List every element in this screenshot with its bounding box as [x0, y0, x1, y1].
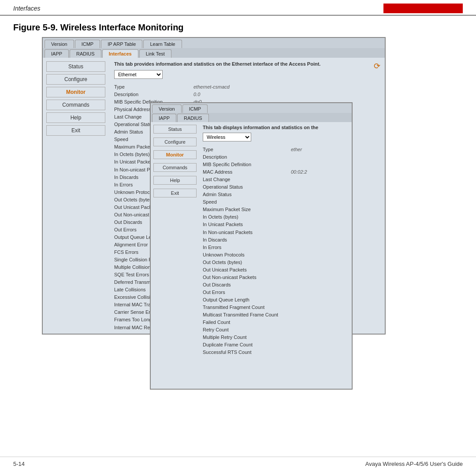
w-prop-success-rts: Successful RTS Count: [203, 349, 348, 356]
w-prop-failed-rts: Failed RTS Count: [203, 356, 348, 357]
w-sidebar-monitor[interactable]: Monitor: [153, 150, 197, 159]
w-sidebar-help[interactable]: Help: [153, 176, 197, 185]
sidebar: Status Configure Monitor Commands Help E…: [43, 58, 109, 334]
footer-page-number: 5-14: [13, 461, 25, 467]
w-prop-speed: Speed: [203, 198, 348, 206]
w-prop-last-change: Last Change: [203, 176, 348, 183]
sidebar-btn-monitor[interactable]: Monitor: [46, 87, 105, 97]
w-prop-multi-retry: Multiple Retry Count: [203, 334, 348, 341]
wireless-dropdown[interactable]: Wireless Ethernet: [203, 133, 251, 141]
tab-iapp[interactable]: IAPP: [45, 49, 69, 58]
w-prop-in-octets: In Octets (bytes): [203, 213, 348, 221]
w-prop-in-errors: In Errors: [203, 244, 348, 251]
sidebar-btn-exit[interactable]: Exit: [46, 125, 105, 136]
refresh-icon[interactable]: ⟳: [374, 61, 380, 71]
tab-version[interactable]: Version: [45, 40, 74, 48]
w-prop-failed-count: Failed Count: [203, 319, 348, 326]
w-prop-out-non-unicast: Out Non-unicast Packets: [203, 274, 348, 281]
header-title: Interfaces: [13, 5, 40, 12]
w-prop-dup-frame: Duplicate Frame Count: [203, 341, 348, 349]
w-sidebar-status[interactable]: Status: [153, 125, 197, 134]
dropdown-row: Ethernet Wireless: [114, 70, 379, 79]
w-prop-retry-count: Retry Count: [203, 326, 348, 334]
tab-row-1: Version ICMP IP ARP Table Learn Table: [43, 38, 385, 48]
page-footer: 5-14 Avaya Wireless AP-4/5/6 User's Guid…: [0, 457, 476, 467]
wireless-sidebar: Status Configure Monitor Commands Help E…: [151, 122, 199, 360]
w-prop-out-unicast: Out Unicast Packets: [203, 266, 348, 274]
sidebar-btn-commands[interactable]: Commands: [46, 100, 105, 110]
tab-icmp[interactable]: ICMP: [75, 40, 100, 48]
wireless-tab-row-2: IAPP RADIUS: [151, 113, 352, 122]
w-sidebar-configure[interactable]: Configure: [153, 138, 197, 146]
w-prop-op-status: Operational Status: [203, 183, 348, 191]
w-prop-out-errors: Out Errors: [203, 289, 348, 296]
w-tab-iapp[interactable]: IAPP: [152, 114, 176, 122]
w-prop-output-queue: Output Queue Length: [203, 296, 348, 304]
wireless-main-panel: Status Configure Monitor Commands Help E…: [151, 122, 352, 360]
w-sidebar-commands[interactable]: Commands: [153, 163, 197, 172]
w-prop-in-non-unicast: In Non-unicast Packets: [203, 229, 348, 236]
tab-ip-arp[interactable]: IP ARP Table: [101, 40, 142, 48]
w-prop-type: Type ether: [203, 146, 348, 153]
prop-type: Type ethernet-csmacd: [114, 83, 379, 91]
w-prop-desc: Description: [203, 153, 348, 161]
info-text: This tab provides information and statis…: [114, 61, 379, 67]
prop-description: Description 0.0: [114, 91, 379, 98]
w-prop-in-discards: In Discards: [203, 236, 348, 244]
wireless-tab-row-1: Version ICMP: [151, 103, 352, 113]
footer-guide-title: Avaya Wireless AP-4/5/6 User's Guide: [365, 461, 463, 467]
interface-dropdown[interactable]: Ethernet Wireless: [114, 70, 163, 79]
w-dropdown-row: Wireless Ethernet: [203, 133, 348, 141]
wireless-props-list: Type ether Description MIB Specific Defi…: [203, 146, 348, 357]
sidebar-btn-status[interactable]: Status: [46, 61, 105, 72]
w-prop-mcast-tx-frame: Multicast Transmitted Frame Count: [203, 311, 348, 319]
w-prop-in-unicast: In Unicast Packets: [203, 221, 348, 228]
wireless-window: Version ICMP IAPP RADIUS Status Configur…: [150, 102, 353, 390]
w-tab-radius[interactable]: RADIUS: [177, 114, 209, 122]
w-prop-mib: MIB Specific Definition: [203, 161, 348, 168]
w-tab-icmp[interactable]: ICMP: [182, 104, 208, 113]
w-prop-max-packet: Maximum Packet Size: [203, 206, 348, 213]
w-prop-out-discards: Out Discards: [203, 281, 348, 289]
w-prop-unknown-proto: Unknown Protocols: [203, 251, 348, 259]
sidebar-btn-configure[interactable]: Configure: [46, 74, 105, 85]
tab-radius[interactable]: RADIUS: [70, 49, 101, 58]
w-prop-admin: Admin Status: [203, 191, 348, 198]
tab-row-2: IAPP RADIUS Interfaces Link Test: [43, 48, 385, 58]
tab-interfaces[interactable]: Interfaces: [102, 49, 138, 58]
wireless-content: This tab displays information and statis…: [199, 122, 352, 360]
sidebar-btn-help[interactable]: Help: [46, 112, 105, 123]
header-bar: [383, 4, 463, 13]
tab-link-test[interactable]: Link Test: [139, 49, 171, 58]
page-header: Interfaces: [0, 0, 476, 15]
figure-title: Figure 5-9. Wireless Interface Monitorin…: [0, 15, 476, 37]
w-tab-version[interactable]: Version: [152, 104, 182, 113]
w-prop-out-octets: Out Octets (bytes): [203, 259, 348, 266]
wireless-info-text: This tab displays information and statis…: [203, 125, 348, 130]
content-area: Version ICMP IP ARP Table Learn Table IA…: [0, 37, 476, 434]
w-prop-mac: MAC Address 00:02:2: [203, 168, 348, 176]
w-sidebar-exit[interactable]: Exit: [153, 189, 197, 197]
tab-learn[interactable]: Learn Table: [143, 40, 182, 48]
w-prop-tx-fragment: Transmitted Fragment Count: [203, 304, 348, 311]
